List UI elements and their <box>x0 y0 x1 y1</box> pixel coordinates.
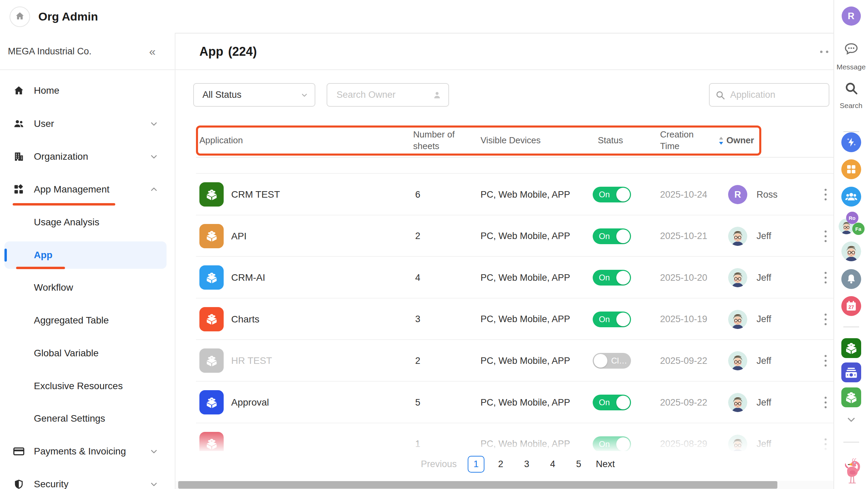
application-search-input[interactable] <box>729 89 820 101</box>
row-menu-kebab[interactable] <box>823 187 828 202</box>
pagination-page-3[interactable]: 3 <box>524 456 529 473</box>
visible-devices: PC, Web Mobile, APP <box>481 215 570 257</box>
jeff-avatar[interactable] <box>841 241 861 261</box>
sidebar-item-app-management[interactable]: App Management <box>0 173 175 206</box>
app-name[interactable]: CRM-AI <box>231 257 265 299</box>
status-toggle[interactable]: On <box>593 187 631 202</box>
pagination-previous[interactable]: Previous <box>421 456 457 473</box>
sort-icon[interactable] <box>718 136 724 147</box>
chevron-down-icon[interactable] <box>845 414 857 425</box>
owner-search-input[interactable] <box>336 89 423 101</box>
sidebar-item-label: App <box>34 250 52 261</box>
status-filter-select[interactable]: All Status <box>193 83 315 107</box>
status-toggle[interactable]: On <box>593 312 631 327</box>
sheet-count: 2 <box>415 215 420 257</box>
row-menu-kebab[interactable] <box>823 270 828 285</box>
app-name[interactable]: Approval <box>231 382 269 423</box>
visible-devices: PC, Web Mobile, APP <box>481 382 570 423</box>
sidebar-item-workflow[interactable]: Workflow <box>0 271 175 304</box>
ai-assistant-icon[interactable] <box>841 132 861 152</box>
sidebar-item-exclusive-resources[interactable]: Exclusive Resources <box>0 370 175 402</box>
sidebar-item-payments-invoicing[interactable]: Payments & Invoicing <box>0 435 175 468</box>
sidebar-item-organization[interactable]: Organization <box>0 140 175 173</box>
row-menu-kebab[interactable] <box>823 354 828 368</box>
collapse-sidebar-button[interactable]: « <box>149 33 156 70</box>
sidebar-item-home[interactable]: Home <box>0 74 175 107</box>
column-header-status[interactable]: Status <box>598 134 623 146</box>
row-menu-kebab[interactable] <box>823 437 828 451</box>
sidebar-item-aggregated-table[interactable]: Aggregated Table <box>0 304 175 337</box>
row-menu-kebab[interactable] <box>823 395 828 410</box>
chevron-down-icon <box>149 119 159 129</box>
owner-avatar <box>728 351 747 372</box>
app-name[interactable]: CRM TEST <box>231 174 280 215</box>
owner-name: Jeff <box>757 299 771 340</box>
sidebar-item-label: Usage Analysis <box>34 217 99 228</box>
status-toggle[interactable]: On <box>593 270 631 286</box>
top-bar: Org Admin <box>0 0 868 34</box>
pagination-next[interactable]: Next <box>596 456 615 473</box>
status-toggle[interactable]: On <box>593 395 631 410</box>
more-menu[interactable] <box>820 51 828 53</box>
row-menu-kebab[interactable] <box>823 312 828 327</box>
pagination-page-5[interactable]: 5 <box>576 456 581 473</box>
app-grid-icon[interactable] <box>841 159 861 179</box>
sidebar-item-user[interactable]: User <box>0 107 175 140</box>
column-header-owner[interactable]: Owner <box>726 134 754 146</box>
pagination-page-2[interactable]: 2 <box>498 456 503 473</box>
column-header-creation-time[interactable]: Creation Time <box>660 129 701 152</box>
column-header-sheets[interactable]: Number of sheets <box>413 129 461 152</box>
creation-date: 2025-10-20 <box>660 257 707 299</box>
owner-avatar <box>728 227 747 247</box>
billing-icon[interactable] <box>841 362 861 382</box>
search-icon[interactable] <box>844 81 858 95</box>
table-body: CRM TEST 6 PC, Web Mobile, APP On 2025-1… <box>196 158 833 451</box>
row-menu-kebab[interactable] <box>823 229 828 243</box>
workspace-dark-green-icon[interactable] <box>841 338 861 358</box>
sidebar-item-general-settings[interactable]: General Settings <box>0 402 175 435</box>
chevron-down-icon <box>300 91 308 99</box>
notifications-bell-icon[interactable] <box>841 269 861 289</box>
calendar-icon[interactable]: 27 <box>841 296 861 316</box>
sidebar-item-usage-analysis[interactable]: Usage Analysis <box>0 206 175 239</box>
owner-avatar: R <box>728 185 747 204</box>
app-name[interactable]: API <box>231 215 247 257</box>
app-name[interactable]: Charts <box>231 299 259 340</box>
column-header-devices[interactable]: Visible Devices <box>481 134 541 146</box>
status-toggle[interactable]: On <box>593 228 631 244</box>
visible-devices: PC, Web Mobile, APP <box>481 257 570 299</box>
application-search-box <box>709 83 829 107</box>
app-icon <box>199 265 224 290</box>
flamingo-mascot[interactable] <box>840 453 862 485</box>
owner-name: Jeff <box>757 382 771 423</box>
sidebar-item-global-variable[interactable]: Global Variable <box>0 337 175 370</box>
column-header-application[interactable]: Application <box>199 134 243 146</box>
app-name[interactable]: HR TEST <box>231 340 272 382</box>
chevron-down-icon <box>149 479 159 489</box>
pagination-page-4[interactable]: 4 <box>550 456 555 473</box>
visible-devices: PC, Web Mobile, APP <box>481 423 570 451</box>
horizontal-scrollbar-thumb[interactable] <box>178 481 777 489</box>
active-item-indicator <box>4 249 7 262</box>
sidebar-item-label: Payments & Invoicing <box>34 446 126 457</box>
home-button[interactable] <box>10 6 30 27</box>
table-row: CRM TEST 6 PC, Web Mobile, APP On 2025-1… <box>196 173 833 215</box>
visible-devices: PC, Web Mobile, APP <box>481 174 570 215</box>
pagination-page-1[interactable]: 1 <box>468 456 485 473</box>
avatar-cluster[interactable]: Ro Fa <box>839 214 864 239</box>
sidebar-item-label: Exclusive Resources <box>34 381 123 392</box>
status-toggle[interactable]: On <box>593 436 631 451</box>
sidebar-item-label: Workflow <box>34 282 73 293</box>
status-toggle[interactable]: Cl… <box>593 353 631 369</box>
user-avatar[interactable]: R <box>842 6 861 26</box>
contacts-icon[interactable] <box>841 187 861 207</box>
rail-divider <box>843 131 859 132</box>
svg-text:27: 27 <box>848 304 854 310</box>
workspace-green-icon[interactable] <box>841 387 861 407</box>
horizontal-scrollbar-track[interactable] <box>175 481 834 489</box>
sidebar-item-label: Home <box>34 85 60 96</box>
message-icon[interactable] <box>843 41 859 57</box>
sheet-count: 3 <box>415 299 420 340</box>
sidebar-item-security[interactable]: Security <box>0 468 175 489</box>
sidebar-item-app[interactable]: App <box>4 241 167 269</box>
